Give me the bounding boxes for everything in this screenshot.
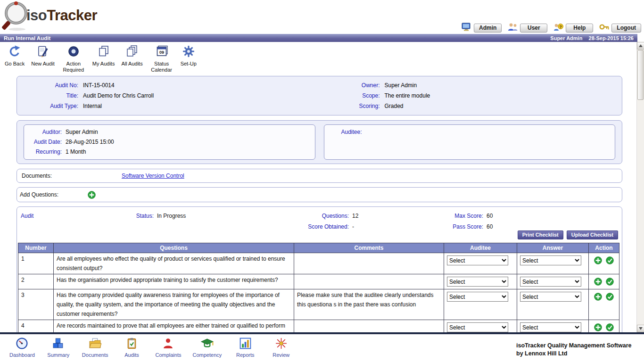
field-value: Graded xyxy=(385,101,404,111)
reports-chart-icon xyxy=(239,337,252,351)
dashboard-icon xyxy=(16,337,28,351)
toolbar-action-required[interactable]: Action Required xyxy=(61,45,86,73)
scroll-up-button[interactable] xyxy=(637,42,644,49)
auditee-select[interactable]: Select xyxy=(447,322,508,332)
add-questions-label: Add Questions: xyxy=(20,191,58,198)
field-label: Scoring: xyxy=(320,101,380,111)
auditee-select[interactable]: Select xyxy=(447,277,508,287)
answer-select[interactable]: Select xyxy=(520,292,581,302)
toolbar-go-back[interactable]: Go Back xyxy=(5,45,25,67)
toolbar-new-audit[interactable]: New Audit xyxy=(31,45,55,67)
upload-checklist-button[interactable]: Upload Checklist xyxy=(567,230,618,239)
pass-score-value: 60 xyxy=(487,223,493,230)
documents-folder-icon xyxy=(89,337,101,351)
toolbar-status-calendar[interactable]: 09 Status Calendar xyxy=(149,45,174,73)
toolbar-label: Action Required xyxy=(61,61,86,73)
parties-panel: Auditor: Super Admin Audit Date: 28-Aug-… xyxy=(17,120,622,164)
status-calendar-icon: 09 xyxy=(155,45,168,59)
audit-section-panel: Audit Status: In Progress Questions: 12 … xyxy=(17,206,622,332)
check-icon[interactable] xyxy=(606,278,614,286)
plus-icon[interactable] xyxy=(594,256,602,264)
vertical-scrollbar[interactable] xyxy=(636,42,644,332)
check-icon[interactable] xyxy=(606,256,614,264)
field-auditor: Auditor: Super Admin xyxy=(28,127,311,137)
company-line2: by Lennox Hill Ltd xyxy=(516,350,632,358)
auditee-cell: Select xyxy=(444,274,517,289)
gear-icon xyxy=(182,45,195,59)
nav-item-review[interactable]: Review xyxy=(269,337,293,358)
toolbar-label: Set-Up xyxy=(181,61,197,67)
help-button-group: ? Help xyxy=(553,23,593,33)
plus-icon[interactable] xyxy=(594,293,602,301)
audit-section-header: Audit Status: In Progress Questions: 12 … xyxy=(17,207,622,242)
status-value: In Progress xyxy=(157,213,186,219)
nav-item-summary[interactable]: Summary xyxy=(46,337,71,358)
auditor-panel: Auditor: Super Admin Audit Date: 28-Aug-… xyxy=(24,124,315,160)
question-text: Are all employees who effect the quality… xyxy=(54,253,294,274)
session-datetime: 28-Sep-2015 15:26 xyxy=(589,35,634,41)
pass-score-group: Pass Score: 60 xyxy=(441,223,493,230)
field-label: Title: xyxy=(23,90,78,101)
plus-icon[interactable] xyxy=(594,278,602,286)
session-buttons: Admin User xyxy=(461,23,641,33)
action-cell xyxy=(589,253,619,274)
scroll-up-arrow-icon xyxy=(639,44,643,47)
field-value: Internal xyxy=(83,101,102,111)
answer-select[interactable]: Select xyxy=(520,322,581,332)
nav-item-complaints[interactable]: Complaints xyxy=(155,337,181,358)
comment-text xyxy=(294,253,444,274)
toolbar-set-up[interactable]: Set-Up xyxy=(181,45,197,67)
field-audit-no: Audit No: INT-15-0014 xyxy=(23,80,320,90)
score-obtained-label: Score Obtained: xyxy=(292,223,349,230)
col-header-auditee: Auditee xyxy=(444,243,517,253)
col-header-questions: Questions xyxy=(54,243,294,253)
col-header-answer: Answer xyxy=(517,243,589,253)
plus-icon[interactable] xyxy=(594,323,602,331)
audit-info-right: Owner: Super Admin Scope: The entire mod… xyxy=(320,80,617,111)
isotracker-logo: isoTracker xyxy=(2,0,97,33)
document-link[interactable]: Software Version Control xyxy=(122,173,184,179)
admin-button[interactable]: Admin xyxy=(474,24,502,33)
auditee-select[interactable]: Select xyxy=(447,255,508,265)
audit-link[interactable]: Audit xyxy=(21,213,33,219)
scroll-down-button[interactable] xyxy=(637,325,644,332)
auditee-select[interactable]: Select xyxy=(447,292,508,302)
answer-select[interactable]: Select xyxy=(520,255,581,265)
answer-select[interactable]: Select xyxy=(520,277,581,287)
nav-item-reports[interactable]: Reports xyxy=(233,337,257,358)
help-button[interactable]: Help xyxy=(566,24,593,33)
logout-button[interactable]: Logout xyxy=(611,24,641,33)
field-value: INT-15-0014 xyxy=(83,80,115,90)
check-icon[interactable] xyxy=(606,293,614,301)
field-title: Title: Audit Demo for Chris Carroll xyxy=(23,90,320,101)
nav-label: Dashboard xyxy=(9,352,35,358)
toolbar-all-audits[interactable]: All Audits xyxy=(121,45,142,67)
toolbar-my-audits[interactable]: My Audits xyxy=(92,45,115,67)
complaints-icon xyxy=(162,337,174,351)
nav-item-competency[interactable]: Competency xyxy=(193,337,222,358)
print-checklist-button[interactable]: Print Checklist xyxy=(518,230,563,239)
nav-label: Competency xyxy=(193,352,222,358)
field-auditee: Auditee: xyxy=(328,127,611,137)
nav-item-audits[interactable]: Audits xyxy=(119,337,144,358)
nav-item-documents[interactable]: Documents xyxy=(82,337,108,358)
toolbar-label: Status Calendar xyxy=(149,61,174,73)
nav-item-dashboard[interactable]: Dashboard xyxy=(9,337,35,358)
comment-text xyxy=(294,274,444,289)
question-text: Are records maintained to prove that all… xyxy=(54,320,294,333)
field-scoring: Scoring: Graded xyxy=(320,101,617,111)
nav-label: Documents xyxy=(82,352,108,358)
documents-label: Documents: xyxy=(22,173,52,179)
col-header-comments: Comments xyxy=(294,243,444,253)
user-button[interactable]: User xyxy=(520,24,547,33)
check-icon[interactable] xyxy=(606,323,614,331)
logout-button-group: Logout xyxy=(599,23,641,33)
company-line1: isoTracker Quality Management Software xyxy=(516,342,632,350)
score-obtained-value: - xyxy=(352,223,354,230)
scrollbar-thumb[interactable] xyxy=(637,50,644,100)
toolbar-label: New Audit xyxy=(31,61,55,67)
add-question-plus-icon[interactable] xyxy=(88,191,96,199)
toolbar-label: All Audits xyxy=(121,61,142,67)
comment-text: Please make sure that the auditee clearl… xyxy=(294,289,444,320)
answer-cell: Select xyxy=(517,253,589,274)
